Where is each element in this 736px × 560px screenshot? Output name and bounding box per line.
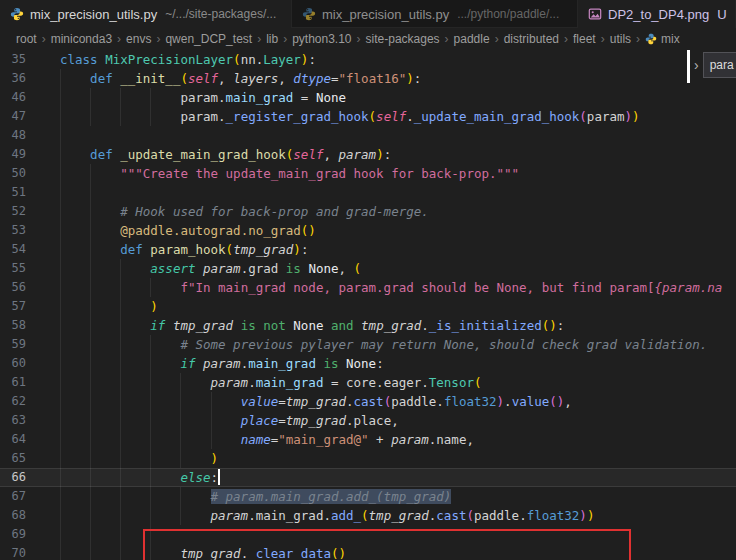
tab-mix-precision-utils-paddle[interactable]: mix_precision_utils.py .../python/paddle…	[292, 0, 578, 28]
indent-guide	[150, 468, 151, 487]
tab-description: ~/.../site-packages/...	[165, 7, 276, 21]
indent-guide	[150, 525, 151, 544]
indent-guide	[150, 373, 151, 392]
tab-dp2-to-dp4-png[interactable]: DP2_to_DP4.png U	[578, 0, 736, 28]
code-text: value=tmp_grad.cast(paddle.float32).valu…	[60, 392, 736, 411]
indent-guide	[90, 449, 91, 468]
code-line-61[interactable]: 61 param.main_grad = core.eager.Tensor(	[0, 373, 736, 392]
indent-guide	[60, 221, 61, 240]
code-line-62[interactable]: 62 value=tmp_grad.cast(paddle.float32).v…	[0, 392, 736, 411]
indent-guide	[180, 373, 181, 392]
code-line-69[interactable]: 69	[0, 525, 736, 544]
code-area: 35class MixPrecisionLayer(nn.Layer):36 d…	[0, 50, 736, 560]
code-text	[60, 183, 736, 202]
code-line-46[interactable]: 46 param.main_grad = None	[0, 88, 736, 107]
indent-guide	[150, 392, 151, 411]
indent-guide	[90, 240, 91, 259]
indent-guide	[120, 259, 121, 278]
text-cursor	[218, 469, 220, 485]
code-line-66[interactable]: 66 else:	[0, 468, 736, 487]
indent-guide	[150, 487, 151, 506]
indent-guide	[120, 487, 121, 506]
breadcrumb-item-root[interactable]: root	[16, 32, 37, 46]
code-line-50[interactable]: 50 """Create the update_main_grad hook f…	[0, 164, 736, 183]
indent-guide	[90, 544, 91, 560]
breadcrumb-item-distributed[interactable]: distributed	[504, 32, 559, 46]
code-line-70[interactable]: 70 tmp_grad._clear_data()	[0, 544, 736, 560]
code-line-35[interactable]: 35class MixPrecisionLayer(nn.Layer):	[0, 50, 736, 69]
breadcrumb-item-miniconda3[interactable]: miniconda3	[51, 32, 112, 46]
line-number: 57	[0, 297, 26, 316]
chevron-right-icon: ›	[357, 32, 361, 46]
code-line-64[interactable]: 64 name="main_grad@" + param.name,	[0, 430, 736, 449]
code-line-47[interactable]: 47 param._register_grad_hook(self._updat…	[0, 107, 736, 126]
breadcrumb-item-paddle[interactable]: paddle	[454, 32, 490, 46]
indent-guide	[120, 316, 121, 335]
code-line-60[interactable]: 60 if param.main_grad is None:	[0, 354, 736, 373]
indent-guide	[60, 69, 61, 88]
code-line-59[interactable]: 59 # Some previous pylayer may return No…	[0, 335, 736, 354]
code-line-54[interactable]: 54 def param_hook(tmp_grad):	[0, 240, 736, 259]
line-number: 56	[0, 278, 26, 297]
code-line-51[interactable]: 51	[0, 183, 736, 202]
line-number: 36	[0, 69, 26, 88]
line-number: 52	[0, 202, 26, 221]
indent-guide	[90, 506, 91, 525]
indent-guide	[90, 183, 91, 202]
indent-guide	[150, 278, 151, 297]
tab-mix-precision-utils-local[interactable]: mix_precision_utils.py ~/.../site-packag…	[0, 0, 292, 28]
git-status-badge: U	[717, 7, 726, 22]
indent-guide	[120, 373, 121, 392]
indent-guide	[90, 164, 91, 183]
indent-guide	[60, 183, 61, 202]
code-line-49[interactable]: 49 def _update_main_grad_hook(self, para…	[0, 145, 736, 164]
editor-tab-bar: mix_precision_utils.py ~/.../site-packag…	[0, 0, 736, 28]
breadcrumb-item-qwen_DCP_test[interactable]: qwen_DCP_test	[165, 32, 252, 46]
indent-guide	[120, 525, 121, 544]
breadcrumb-item-fleet[interactable]: fleet	[573, 32, 596, 46]
breadcrumb-item-lib[interactable]: lib	[266, 32, 278, 46]
code-line-55[interactable]: 55 assert param.grad is None, (	[0, 259, 736, 278]
indent-guide	[90, 392, 91, 411]
indent-guide	[60, 373, 61, 392]
line-number: 70	[0, 544, 26, 560]
breadcrumb-leaf[interactable]: mix	[645, 32, 680, 46]
indent-guide	[150, 430, 151, 449]
indent-guide	[90, 88, 91, 107]
sash-bar[interactable]	[687, 50, 690, 83]
code-line-58[interactable]: 58 if tmp_grad is not None and tmp_grad.…	[0, 316, 736, 335]
chevron-right-icon: ›	[495, 32, 499, 46]
line-number: 61	[0, 373, 26, 392]
chevron-right-icon[interactable]: ›	[694, 57, 699, 73]
code-text: if param.main_grad is None:	[60, 354, 736, 373]
code-line-68[interactable]: 68 param.main_grad.add_(tmp_grad.cast(pa…	[0, 506, 736, 525]
code-text	[60, 525, 736, 544]
code-line-53[interactable]: 53 @paddle.autograd.no_grad()	[0, 221, 736, 240]
breadcrumb-item-python3.10[interactable]: python3.10	[292, 32, 351, 46]
code-text: f"In main_grad node, param.grad should b…	[60, 278, 736, 297]
indent-guide	[120, 430, 121, 449]
code-editor[interactable]: 35class MixPrecisionLayer(nn.Layer):36 d…	[0, 50, 736, 560]
indent-guide	[180, 392, 181, 411]
breadcrumb-item-utils[interactable]: utils	[610, 32, 631, 46]
python-icon	[645, 33, 657, 45]
code-line-48[interactable]: 48	[0, 126, 736, 145]
code-line-56[interactable]: 56 f"In main_grad node, param.grad shoul…	[0, 278, 736, 297]
indent-guide	[150, 411, 151, 430]
code-text: @paddle.autograd.no_grad()	[60, 221, 736, 240]
line-number: 51	[0, 183, 26, 202]
chevron-right-icon: ›	[156, 32, 160, 46]
code-text: def __init__(self, layers, dtype="float1…	[60, 69, 736, 88]
code-line-57[interactable]: 57 )	[0, 297, 736, 316]
code-line-52[interactable]: 52 # Hook used for back-prop and grad-me…	[0, 202, 736, 221]
code-line-36[interactable]: 36 def __init__(self, layers, dtype="flo…	[0, 69, 736, 88]
breadcrumb-item-envs[interactable]: envs	[126, 32, 151, 46]
code-line-67[interactable]: 67 # param.main_grad.add_(tmp_grad)	[0, 487, 736, 506]
breadcrumb-item-site-packages[interactable]: site-packages	[366, 32, 440, 46]
code-line-63[interactable]: 63 place=tmp_grad.place,	[0, 411, 736, 430]
python-icon	[10, 7, 24, 21]
indent-guide	[60, 544, 61, 560]
tab-title: mix_precision_utils.py	[30, 7, 157, 22]
find-input[interactable]: para	[703, 52, 736, 78]
code-line-65[interactable]: 65 )	[0, 449, 736, 468]
